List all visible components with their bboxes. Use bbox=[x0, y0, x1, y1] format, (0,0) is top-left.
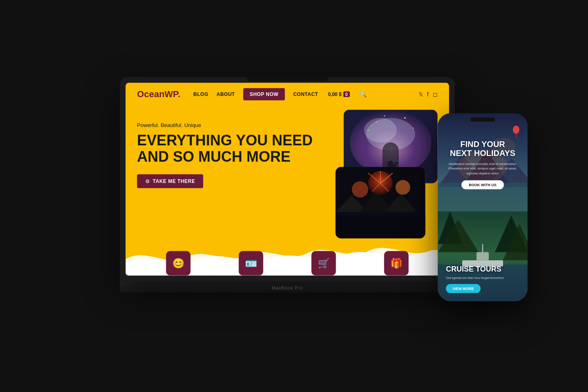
laptop-base: MacBook Pro bbox=[120, 281, 455, 293]
hero-images bbox=[299, 110, 438, 241]
cart-count: 0 bbox=[343, 91, 350, 97]
hero-title-line2: AND SO MUCH MORE bbox=[137, 148, 291, 165]
phone-holidays-body: Vestibulum lacinia convallis erat id con… bbox=[446, 162, 519, 176]
cart-price: 0,00 $ bbox=[328, 91, 341, 97]
nav-shop-now[interactable]: SHOP NOW bbox=[243, 88, 285, 100]
svg-point-9 bbox=[368, 129, 369, 131]
hero-title: EVERYTHING YOU NEED AND SO MUCH MORE bbox=[137, 132, 313, 165]
nav-links: BLOG ABOUT SHOP NOW CONTACT bbox=[194, 88, 318, 100]
hero-cta-label: TAKE ME THERE bbox=[153, 178, 195, 184]
search-icon[interactable]: 🔍 bbox=[360, 91, 367, 98]
svg-point-8 bbox=[404, 117, 406, 119]
brand-name: OceanWP bbox=[137, 89, 178, 99]
hero-tagline: Powerful. Beautiful. Unique bbox=[137, 122, 313, 128]
twitter-icon[interactable]: 𝕏 bbox=[419, 91, 423, 98]
svg-point-3 bbox=[364, 118, 397, 143]
balloon-decoration bbox=[513, 126, 519, 134]
icon-tile-card[interactable]: 🪪 bbox=[239, 251, 263, 276]
icon-strip: 😊 🪪 🛒 🎁 bbox=[126, 251, 449, 276]
navbar: OceanWP. BLOG ABOUT SHOP NOW CONTACT 0,0… bbox=[126, 83, 449, 106]
phone-cruise-title: CRUISE TOURS bbox=[446, 265, 519, 274]
phone-notch bbox=[470, 118, 495, 122]
cart-icon: 🛒 bbox=[318, 258, 330, 269]
card-icon: 🪪 bbox=[245, 258, 257, 269]
svg-rect-14 bbox=[336, 216, 425, 238]
brand-logo[interactable]: OceanWP. bbox=[137, 89, 180, 100]
laptop-body: OceanWP. BLOG ABOUT SHOP NOW CONTACT 0,0… bbox=[120, 77, 455, 281]
phone: FIND YOUR NEXT HOLIDAYS Vestibulum lacin… bbox=[438, 114, 528, 301]
laptop: OceanWP. BLOG ABOUT SHOP NOW CONTACT 0,0… bbox=[120, 77, 455, 306]
social-icons: 𝕏 f ◻ bbox=[419, 91, 438, 98]
brand-dot: . bbox=[178, 89, 180, 99]
phone-holidays-section: FIND YOUR NEXT HOLIDAYS Vestibulum lacin… bbox=[438, 114, 528, 212]
facebook-icon[interactable]: f bbox=[427, 91, 429, 98]
laptop-camera bbox=[247, 77, 328, 81]
hero-section: Powerful. Beautiful. Unique EVERYTHING Y… bbox=[126, 106, 449, 276]
nav-blog[interactable]: BLOG bbox=[194, 91, 209, 97]
svg-point-7 bbox=[376, 121, 377, 123]
icon-tile-gift[interactable]: 🎁 bbox=[384, 251, 409, 276]
svg-point-10 bbox=[412, 127, 414, 129]
icon-tile-emoji[interactable]: 😊 bbox=[166, 251, 191, 276]
instagram-icon[interactable]: ◻ bbox=[433, 91, 438, 98]
icon-tile-cart[interactable]: 🛒 bbox=[312, 251, 336, 276]
svg-point-11 bbox=[384, 115, 385, 116]
hero-image-2 bbox=[336, 167, 425, 238]
hero-text-block: Powerful. Beautiful. Unique EVERYTHING Y… bbox=[137, 122, 313, 188]
svg-rect-40 bbox=[477, 252, 489, 261]
svg-point-19 bbox=[352, 181, 368, 198]
laptop-screen: OceanWP. BLOG ABOUT SHOP NOW CONTACT 0,0… bbox=[126, 83, 449, 276]
hero-cta-icon: ⊙ bbox=[145, 178, 150, 184]
gift-icon: 🎁 bbox=[390, 258, 403, 269]
cart-button[interactable]: 0,00 $ 0 bbox=[328, 91, 350, 97]
svg-point-20 bbox=[396, 180, 410, 195]
macbook-label: MacBook Pro bbox=[272, 285, 303, 290]
hero-title-line1: EVERYTHING YOU NEED bbox=[137, 132, 313, 149]
phone-view-more-button[interactable]: VIEW MORE bbox=[446, 284, 481, 293]
nav-contact[interactable]: CONTACT bbox=[293, 91, 318, 97]
emoji-icon: 😊 bbox=[172, 258, 185, 269]
hero-cta-button[interactable]: ⊙ TAKE ME THERE bbox=[137, 174, 203, 188]
phone-cruise-section: CRUISE TOURS Sed egestas est vitae risus… bbox=[438, 212, 528, 301]
nav-about[interactable]: ABOUT bbox=[216, 91, 235, 97]
phone-screen: FIND YOUR NEXT HOLIDAYS Vestibulum lacin… bbox=[438, 114, 528, 301]
scene: OceanWP. BLOG ABOUT SHOP NOW CONTACT 0,0… bbox=[0, 0, 588, 392]
phone-book-button[interactable]: BOOK WITH US bbox=[461, 180, 504, 189]
phone-holidays-title: FIND YOUR NEXT HOLIDAYS bbox=[450, 140, 515, 158]
phone-cruise-body: Sed egestas est vitae risus feugiat ferm… bbox=[446, 276, 519, 280]
